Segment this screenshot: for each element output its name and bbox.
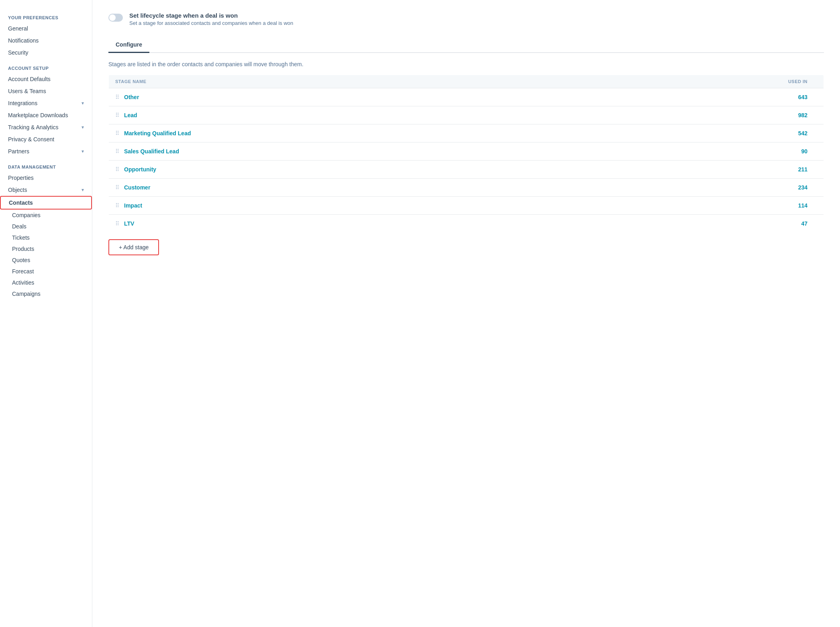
sidebar-item-label: Forecast (12, 268, 34, 275)
sidebar-item-deals[interactable]: Deals (0, 221, 92, 232)
sidebar-item-label: Marketplace Downloads (8, 112, 68, 118)
stage-name-cell: ⠿ Lead (109, 106, 594, 124)
toggle-thumb (109, 14, 116, 21)
stage-name-link[interactable]: Opportunity (124, 166, 156, 173)
sidebar-item-activities[interactable]: Activities (0, 277, 92, 288)
stage-used-in: 47 (594, 215, 824, 233)
table-header-row: STAGE NAME USED IN (109, 75, 824, 88)
stage-used-in: 234 (594, 179, 824, 197)
stages-description: Stages are listed in the order contacts … (108, 61, 824, 67)
sidebar-item-label: Security (8, 49, 29, 56)
sidebar-item-marketplace-downloads[interactable]: Marketplace Downloads (0, 109, 92, 121)
sidebar-item-label: Partners (8, 148, 29, 155)
add-stage-label: + Add stage (119, 244, 149, 250)
sidebar-item-label: Users & Teams (8, 88, 46, 94)
lifecycle-stage-toggle-row: Set lifecycle stage when a deal is won S… (108, 12, 824, 26)
drag-handle-icon[interactable]: ⠿ (115, 184, 119, 191)
chevron-down-icon: ▾ (82, 187, 84, 193)
stage-name-cell: ⠿ Opportunity (109, 161, 594, 179)
sidebar-item-users-teams[interactable]: Users & Teams (0, 85, 92, 97)
stage-name-link[interactable]: Impact (124, 202, 142, 209)
sidebar-item-quotes[interactable]: Quotes (0, 254, 92, 266)
sidebar-item-label: Activities (12, 279, 34, 286)
sidebar-item-label: Account Defaults (8, 76, 51, 82)
stage-name-cell: ⠿ Customer (109, 179, 594, 197)
stage-name-link[interactable]: LTV (124, 220, 134, 227)
sidebar-item-label: Companies (12, 212, 41, 218)
drag-handle-icon[interactable]: ⠿ (115, 148, 119, 155)
drag-handle-icon[interactable]: ⠿ (115, 112, 119, 118)
drag-handle-icon[interactable]: ⠿ (115, 94, 119, 100)
table-row: ⠿ Other 643 (109, 88, 824, 106)
stage-name-link[interactable]: Lead (124, 112, 137, 118)
sidebar-item-objects[interactable]: Objects ▾ (0, 184, 92, 196)
col-used-in: USED IN (594, 75, 824, 88)
toggle-title: Set lifecycle stage when a deal is won (129, 12, 293, 19)
sidebar-item-label: Integrations (8, 100, 37, 106)
stage-table: STAGE NAME USED IN ⠿ Other 643 ⠿ Lead 98… (108, 75, 824, 233)
stage-name-cell: ⠿ Other (109, 88, 594, 106)
data-management-section: Data Management (0, 157, 92, 172)
stage-used-in: 211 (594, 161, 824, 179)
sidebar-item-label: Properties (8, 175, 34, 181)
sidebar-item-label: General (8, 25, 28, 32)
sidebar-item-security[interactable]: Security (0, 47, 92, 59)
sidebar-item-contacts[interactable]: Contacts (0, 196, 92, 210)
toggle-label-area: Set lifecycle stage when a deal is won S… (129, 12, 293, 26)
drag-handle-icon[interactable]: ⠿ (115, 166, 119, 173)
chevron-down-icon: ▾ (82, 100, 84, 106)
stage-name-cell: ⠿ Impact (109, 197, 594, 215)
sidebar-item-label: Deals (12, 223, 27, 230)
tab-configure[interactable]: Configure (108, 37, 149, 53)
main-content: Set lifecycle stage when a deal is won S… (92, 0, 840, 627)
stage-used-in: 982 (594, 106, 824, 124)
col-stage-name: STAGE NAME (109, 75, 594, 88)
sidebar: Your Preferences General Notifications S… (0, 0, 92, 627)
table-row: ⠿ Sales Qualified Lead 90 (109, 142, 824, 161)
stage-name-link[interactable]: Sales Qualified Lead (124, 148, 179, 155)
toggle-switch[interactable] (108, 14, 123, 22)
tabs-row: Configure (108, 37, 824, 53)
your-preferences-section: Your Preferences (0, 8, 92, 22)
table-row: ⠿ LTV 47 (109, 215, 824, 233)
sidebar-item-tickets[interactable]: Tickets (0, 232, 92, 243)
sidebar-item-label: Notifications (8, 37, 39, 44)
drag-handle-icon[interactable]: ⠿ (115, 202, 119, 209)
sidebar-item-privacy-consent[interactable]: Privacy & Consent (0, 133, 92, 145)
sidebar-item-integrations[interactable]: Integrations ▾ (0, 97, 92, 109)
sidebar-item-label: Campaigns (12, 291, 41, 297)
sidebar-item-forecast[interactable]: Forecast (0, 266, 92, 277)
stage-name-cell: ⠿ LTV (109, 215, 594, 233)
stage-used-in: 542 (594, 124, 824, 142)
table-row: ⠿ Opportunity 211 (109, 161, 824, 179)
chevron-down-icon: ▾ (82, 149, 84, 154)
stage-used-in: 643 (594, 88, 824, 106)
sidebar-item-account-defaults[interactable]: Account Defaults (0, 73, 92, 85)
table-row: ⠿ Impact 114 (109, 197, 824, 215)
drag-handle-icon[interactable]: ⠿ (115, 130, 119, 136)
stage-name-link[interactable]: Customer (124, 184, 150, 191)
drag-handle-icon[interactable]: ⠿ (115, 220, 119, 227)
sidebar-item-properties[interactable]: Properties (0, 172, 92, 184)
sidebar-item-companies[interactable]: Companies (0, 210, 92, 221)
stage-name-link[interactable]: Other (124, 94, 139, 100)
table-row: ⠿ Lead 982 (109, 106, 824, 124)
stage-used-in: 90 (594, 142, 824, 161)
toggle-description: Set a stage for associated contacts and … (129, 20, 293, 26)
stage-name-cell: ⠿ Sales Qualified Lead (109, 142, 594, 161)
add-stage-button[interactable]: + Add stage (108, 239, 159, 255)
sidebar-item-campaigns[interactable]: Campaigns (0, 288, 92, 299)
sidebar-item-notifications[interactable]: Notifications (0, 35, 92, 47)
sidebar-item-products[interactable]: Products (0, 243, 92, 254)
sidebar-item-general[interactable]: General (0, 22, 92, 35)
toggle-track[interactable] (108, 14, 123, 22)
sidebar-item-label: Quotes (12, 257, 30, 263)
table-row: ⠿ Customer 234 (109, 179, 824, 197)
sidebar-item-label: Products (12, 246, 34, 252)
sidebar-item-label: Tracking & Analytics (8, 124, 59, 130)
stage-used-in: 114 (594, 197, 824, 215)
sidebar-item-tracking-analytics[interactable]: Tracking & Analytics ▾ (0, 121, 92, 133)
sidebar-item-partners[interactable]: Partners ▾ (0, 145, 92, 157)
sidebar-item-label: Tickets (12, 234, 30, 241)
stage-name-link[interactable]: Marketing Qualified Lead (124, 130, 191, 136)
